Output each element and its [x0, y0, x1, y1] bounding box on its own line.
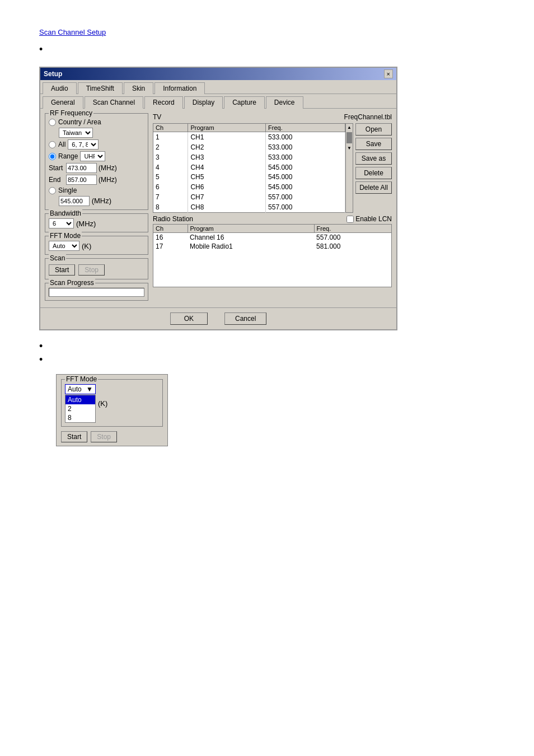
tv-col-ch: Ch — [153, 124, 188, 132]
table-row[interactable]: 17 Mobile Radio1 581.000 — [153, 242, 392, 251]
tab-general[interactable]: General — [43, 96, 83, 109]
stop-button[interactable]: Stop — [78, 264, 105, 276]
table-row[interactable]: 8 CH8 557.000 — [153, 202, 345, 212]
fft-dropdown-row: Auto ▼ Auto 2 8 (K) — [65, 384, 159, 423]
tab-skin[interactable]: Skin — [124, 82, 153, 94]
single-input[interactable] — [59, 196, 90, 206]
tab-audio[interactable]: Audio — [43, 82, 77, 94]
tab-information[interactable]: Information — [154, 82, 205, 94]
radio-station-table: Ch Program Freq. 16 Channel 16 557.000 1… — [153, 224, 392, 287]
end-input[interactable] — [66, 175, 97, 185]
save-button[interactable]: Save — [355, 138, 392, 150]
single-radio[interactable] — [49, 187, 56, 194]
table-row[interactable]: 7 CH7 557.000 — [153, 192, 345, 202]
radio-station-section: Radio Station Enable LCN Ch Program Freq… — [153, 215, 392, 287]
enable-lcn-checkbox[interactable] — [346, 216, 354, 223]
country-area-radio[interactable] — [49, 119, 56, 126]
tab-capture[interactable]: Capture — [224, 96, 265, 109]
range-select[interactable]: UHF — [80, 151, 105, 161]
rs-cell-freq: 581.000 — [314, 242, 391, 251]
tab-record[interactable]: Record — [144, 96, 183, 109]
all-row: All 6, 7, 8 — [49, 139, 144, 150]
table-row — [153, 269, 392, 278]
cell-program: CH8 — [188, 202, 266, 212]
cell-freq: 533.000 — [266, 152, 345, 162]
bandwidth-select[interactable]: 6 — [49, 218, 74, 228]
dialog-close-button[interactable]: × — [384, 69, 393, 78]
setup-dialog: Setup × Audio TimeShift Skin Information… — [39, 67, 397, 330]
save-as-button[interactable]: Save as — [355, 152, 392, 165]
tabs-upper: Audio TimeShift Skin Information — [40, 80, 396, 94]
fft-dialog: FFT Mode Auto ▼ Auto 2 8 (K) Start Stop — [56, 374, 168, 446]
start-mhz: (MHz) — [99, 164, 117, 172]
single-mhz: (MHz) — [92, 197, 111, 205]
cell-freq: 557.000 — [266, 202, 345, 212]
rs-cell-program: Mobile Radio1 — [188, 242, 314, 251]
country-select[interactable]: Taiwan — [59, 128, 93, 138]
table-row[interactable]: 5 CH5 545.000 — [153, 172, 345, 182]
single-row: Single — [49, 186, 144, 194]
table-row — [153, 251, 392, 260]
table-row[interactable]: 6 CH6 545.000 — [153, 182, 345, 192]
rs-cell-ch: 16 — [153, 233, 188, 242]
fft-option-2[interactable]: 2 — [65, 404, 95, 413]
cell-ch: 3 — [153, 152, 188, 162]
main-table-area: Ch Program Freq. 1 CH1 533.000 — [153, 123, 392, 213]
tab-device[interactable]: Device — [266, 96, 303, 109]
tv-table-scrollbar[interactable]: ▲ ▼ — [345, 123, 353, 213]
scan-label: Scan — [49, 254, 66, 262]
cell-freq: 545.000 — [266, 162, 345, 172]
tv-col-program: Program — [188, 124, 266, 132]
fft-select[interactable]: Auto 2 8 — [49, 241, 79, 251]
rs-cell-ch: 17 — [153, 242, 188, 251]
all-radio[interactable] — [49, 141, 56, 148]
cell-ch: 5 — [153, 172, 188, 182]
scan-progress-label: Scan Progress — [49, 279, 95, 287]
tab-timeshift[interactable]: TimeShift — [78, 82, 123, 94]
start-button[interactable]: Start — [49, 264, 75, 276]
dialog-titlebar: Setup × — [40, 68, 396, 80]
open-button[interactable]: Open — [355, 123, 392, 136]
fft-option-auto[interactable]: Auto — [65, 395, 95, 404]
fft-group: FFT Mode Auto ▼ Auto 2 8 (K) — [61, 379, 163, 427]
table-row[interactable]: 4 CH4 545.000 — [153, 162, 345, 172]
table-row[interactable]: 2 CH2 533.000 — [153, 142, 345, 152]
tab-scan-channel[interactable]: Scan Channel — [85, 96, 143, 109]
tab-display[interactable]: Display — [184, 96, 223, 109]
table-row[interactable]: 3 CH3 533.000 — [153, 152, 345, 162]
rf-frequency-label: RF Frequency — [49, 109, 93, 117]
cell-freq: 533.000 — [266, 142, 345, 152]
rs-cell-program: Channel 16 — [188, 233, 314, 242]
fft-stop-button[interactable]: Stop — [91, 431, 117, 442]
rs-header: Radio Station Enable LCN — [153, 215, 392, 223]
table-row[interactable]: 16 Channel 16 557.000 — [153, 233, 392, 242]
range-radio[interactable] — [49, 153, 56, 160]
fft-start-button[interactable]: Start — [61, 431, 87, 442]
cell-program: CH4 — [188, 162, 266, 172]
fft-k-label: (K) — [98, 399, 107, 408]
bandwidth-unit: (MHz) — [76, 220, 96, 228]
fft-select-display[interactable]: Auto ▼ — [65, 384, 96, 394]
cancel-button[interactable]: Cancel — [224, 312, 266, 325]
fft-unit: (K) — [82, 242, 91, 250]
scroll-down-arrow[interactable]: ▼ — [346, 144, 353, 152]
delete-button[interactable]: Delete — [355, 167, 392, 179]
all-select[interactable]: 6, 7, 8 — [68, 139, 99, 150]
country-area-label: Country / Area — [58, 118, 101, 126]
scroll-thumb[interactable] — [346, 132, 352, 143]
dialog-footer: OK Cancel — [40, 307, 396, 329]
scroll-up-arrow[interactable]: ▲ — [346, 124, 353, 131]
cell-program: CH6 — [188, 182, 266, 192]
tabs-lower: General Scan Channel Record Display Capt… — [40, 94, 396, 109]
fft-option-8[interactable]: 8 — [65, 413, 95, 422]
country-area-row: Country / Area — [49, 118, 144, 126]
delete-all-button[interactable]: Delete All — [355, 181, 392, 194]
right-panel: TV FreqChannel.tbl Ch Program Freq. — [153, 113, 392, 301]
start-input[interactable] — [66, 163, 97, 173]
ok-button[interactable]: OK — [170, 312, 208, 325]
cell-program: CH2 — [188, 142, 266, 152]
scan-channel-link[interactable]: Scan Channel Setup — [39, 28, 106, 36]
cell-ch: 6 — [153, 182, 188, 192]
bullet-1: • — [39, 44, 43, 55]
table-row[interactable]: 1 CH1 533.000 — [153, 132, 345, 142]
